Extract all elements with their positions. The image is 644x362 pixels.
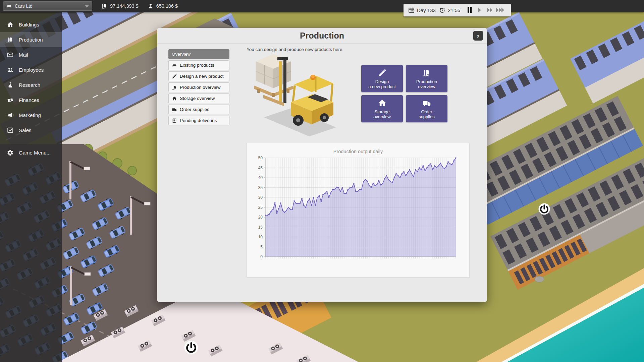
svg-text:45: 45: [258, 166, 263, 170]
day-label: Day 133: [417, 7, 436, 13]
action-order-supplies[interactable]: Ordersupplies: [406, 95, 447, 122]
forklift-mast: [283, 58, 286, 103]
sidebar-item-game-menu[interactable]: Game Menu...: [0, 145, 62, 160]
sidebar-item-marketing[interactable]: Marketing: [0, 108, 62, 123]
chevron-down-icon: [85, 5, 89, 8]
sidebar-item-mail[interactable]: Mail: [0, 47, 62, 62]
car-icon: [6, 3, 12, 9]
tab-order-supplies[interactable]: Order supplies: [168, 105, 229, 114]
company-selector-dropdown[interactable]: Cars Ltd: [3, 1, 92, 11]
action-production-overview[interactable]: Productionoverview: [406, 65, 447, 92]
sidebar-item-label: Buildings: [19, 22, 39, 27]
action-storage-overview[interactable]: Storageoverview: [361, 95, 403, 122]
sidebar-item-label: Finances: [19, 97, 39, 103]
close-button[interactable]: x: [473, 31, 483, 41]
production-output-chart: Production output daily05101520253035404…: [247, 143, 469, 277]
fast-forward-button[interactable]: [485, 5, 495, 15]
fastest-forward-icon: [496, 6, 504, 14]
play-icon: [476, 6, 484, 14]
truck-icon: [172, 107, 177, 112]
svg-text:35: 35: [258, 185, 263, 190]
rock: [535, 276, 544, 282]
sidebar-item-label: Marketing: [19, 112, 41, 118]
svg-text:10: 10: [258, 235, 263, 239]
marketing-icon: [7, 112, 14, 119]
day-display: Day 133: [408, 7, 436, 14]
svg-text:50: 50: [258, 156, 263, 160]
car-icon: [172, 63, 177, 68]
action-design-a-new-product[interactable]: Designa new product: [361, 65, 403, 92]
time-label: 21:55: [448, 7, 461, 13]
crates: [254, 54, 293, 97]
fastest-forward-button[interactable]: [495, 5, 505, 15]
company-value-value: 97,144,393 $: [110, 3, 139, 9]
tab-label: Overview: [172, 52, 191, 57]
mail-icon: [7, 51, 14, 58]
clock-icon: [439, 7, 446, 14]
sidebar-item-label: Research: [19, 82, 40, 88]
svg-text:20: 20: [258, 215, 263, 220]
pause-icon: [466, 6, 474, 14]
tab-overview[interactable]: Overview: [168, 49, 229, 59]
stat-company-value: 97,144,393 $: [101, 3, 139, 9]
forklift-icon: [172, 85, 177, 90]
house-icon: [172, 96, 177, 101]
svg-text:15: 15: [258, 225, 263, 230]
divider: [157, 44, 487, 44]
forklift-illustration: [244, 52, 341, 137]
sidebar-item-sales[interactable]: Sales: [0, 123, 62, 138]
tab-label: Existing products: [180, 63, 214, 68]
sidebar-item-finances[interactable]: Finances: [0, 93, 62, 108]
sidebar-item-research[interactable]: Research: [0, 77, 62, 93]
tab-existing-products[interactable]: Existing products: [168, 60, 229, 70]
play-button[interactable]: [475, 5, 485, 15]
power-button-icon[interactable]: [184, 340, 199, 355]
tab-storage-overview[interactable]: Storage overview: [168, 94, 229, 103]
tab-production-overview[interactable]: Production overview: [168, 82, 229, 92]
forklift-body: [291, 75, 333, 126]
sidebar: BuildingsProductionMailEmployeesResearch…: [0, 12, 62, 362]
gear-icon: [7, 149, 14, 156]
forklift-icon: [422, 68, 431, 77]
time-panel: Day 133 21:55: [404, 4, 511, 16]
sidebar-item-buildings[interactable]: Buildings: [0, 17, 62, 32]
close-icon: x: [477, 33, 479, 39]
tab-design-a-new-product[interactable]: Design a new product: [168, 71, 229, 81]
employees-icon: [7, 66, 14, 73]
sidebar-item-label: Employees: [19, 67, 44, 73]
power-button-icon[interactable]: [538, 203, 550, 215]
tab-label: Design a new product: [180, 74, 224, 79]
home-icon: [7, 21, 14, 28]
svg-text:40: 40: [258, 175, 263, 180]
sidebar-item-employees[interactable]: Employees: [0, 62, 62, 77]
dialog-title: Production: [157, 28, 487, 44]
top-bar: Cars Ltd 97,144,393 $650,106 $: [0, 0, 644, 12]
fast-forward-icon: [486, 6, 494, 14]
action-button-label: Designa new product: [368, 79, 396, 89]
sidebar-item-label: Mail: [19, 52, 28, 58]
sidebar-item-label: Game Menu...: [19, 150, 51, 156]
company-name: Cars Ltd: [15, 3, 85, 9]
tab-label: Production overview: [180, 85, 221, 90]
pencil-icon: [172, 74, 177, 79]
sidebar-item-production[interactable]: Production: [0, 32, 62, 47]
production-chart-panel: Production output daily05101520253035404…: [247, 143, 470, 278]
action-button-label: Ordersupplies: [419, 109, 435, 119]
pause-button[interactable]: [465, 5, 475, 15]
tab-label: Pending deliveries: [180, 118, 217, 123]
personal-money-value: 650,106 $: [156, 3, 178, 9]
list-icon: [172, 118, 177, 123]
action-button-label: Productionoverview: [416, 79, 437, 89]
svg-text:0: 0: [260, 254, 263, 259]
calendar-icon: [408, 7, 415, 14]
tab-pending-deliveries[interactable]: Pending deliveries: [168, 116, 229, 125]
stat-personal-money: 650,106 $: [147, 3, 178, 9]
tab-label: Storage overview: [180, 96, 215, 101]
forklift-icon: [7, 36, 14, 43]
research-icon: [7, 81, 14, 88]
sidebar-item-label: Sales: [19, 127, 32, 133]
tab-label: Order supplies: [180, 107, 209, 112]
sales-icon: [7, 127, 14, 134]
pencil-icon: [378, 68, 387, 77]
production-dialog: Production x You can design and produce …: [157, 28, 487, 302]
